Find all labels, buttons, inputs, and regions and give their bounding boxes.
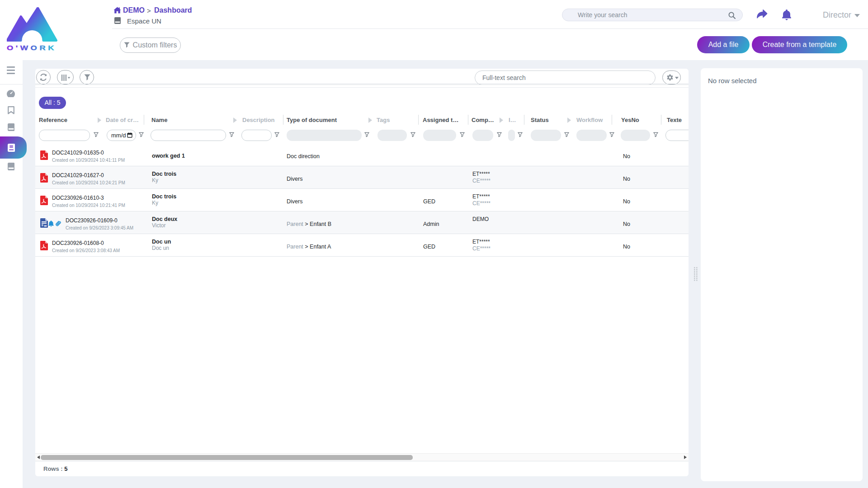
svg-text:O'WORK: O'WORK bbox=[7, 44, 57, 52]
svg-text:w: w bbox=[44, 224, 47, 228]
